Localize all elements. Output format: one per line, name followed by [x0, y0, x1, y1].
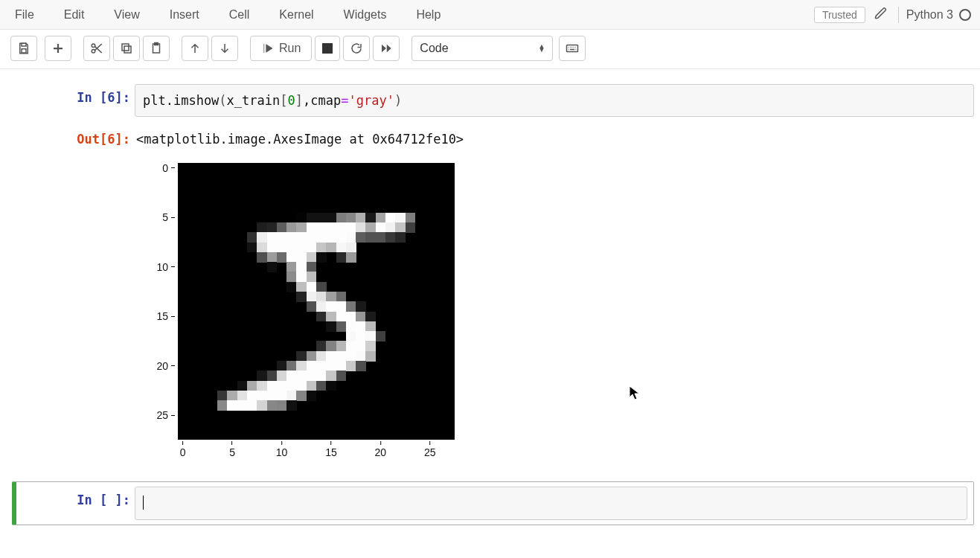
paste-button[interactable]	[143, 36, 170, 61]
command-palette-button[interactable]	[559, 36, 586, 61]
svg-rect-4	[124, 46, 131, 53]
celltype-value: Code	[420, 42, 448, 55]
stop-icon	[322, 43, 333, 54]
move-down-button[interactable]	[211, 36, 238, 61]
plot: 0510152025 0510152025	[142, 163, 470, 461]
trusted-badge[interactable]: Trusted	[814, 7, 865, 23]
cut-button[interactable]	[83, 36, 110, 61]
menu-file[interactable]: File	[0, 1, 49, 28]
save-icon	[17, 42, 31, 55]
menubar: File Edit View Insert Cell Kernel Widget…	[0, 0, 980, 30]
kernel-name[interactable]: Python 3	[906, 8, 953, 22]
menu-view[interactable]: View	[99, 1, 154, 28]
prompt-out: Out[6]:	[12, 126, 135, 461]
y-axis: 0510152025	[142, 163, 175, 440]
code-input[interactable]	[135, 487, 967, 519]
x-tick: 10	[276, 441, 288, 458]
y-tick: 10	[156, 261, 175, 273]
copy-button[interactable]	[113, 36, 140, 61]
code-token: 0	[288, 93, 295, 108]
svg-rect-5	[122, 44, 129, 51]
menu-edit[interactable]: Edit	[49, 1, 100, 28]
y-tick: 15	[156, 310, 175, 322]
menu-widgets[interactable]: Widgets	[329, 1, 402, 28]
code-cell[interactable]: In [6]: plt.imshow(x_train[0],cmap='gray…	[0, 83, 980, 120]
code-token: 'gray'	[348, 93, 394, 108]
y-tick: 0	[162, 162, 175, 174]
run-button[interactable]: Run	[250, 36, 312, 61]
text-cursor	[143, 496, 144, 510]
fast-forward-icon	[379, 42, 393, 55]
move-up-button[interactable]	[182, 36, 208, 61]
restart-button[interactable]	[343, 36, 370, 61]
arrow-up-icon	[188, 42, 202, 55]
notebook: In [6]: plt.imshow(x_train[0],cmap='gray…	[0, 69, 980, 525]
restart-icon	[350, 42, 363, 55]
paste-icon	[150, 42, 163, 55]
celltype-select[interactable]: Code ▲▼	[411, 36, 553, 61]
y-tick: 5	[162, 211, 175, 223]
interrupt-button[interactable]	[315, 36, 340, 61]
scissors-icon	[90, 42, 103, 55]
edit-icon[interactable]	[874, 7, 888, 23]
menu-insert[interactable]: Insert	[155, 1, 214, 28]
run-icon	[261, 42, 275, 55]
svg-rect-7	[155, 43, 158, 45]
toolbar: Run Code ▲▼	[0, 30, 980, 69]
x-tick: 0	[180, 441, 186, 458]
code-input[interactable]: plt.imshow(x_train[0],cmap='gray')	[135, 84, 974, 117]
code-token: cmap	[310, 93, 341, 108]
save-button[interactable]	[10, 36, 37, 61]
menu-cell[interactable]: Cell	[214, 1, 265, 28]
svg-rect-1	[22, 49, 26, 53]
code-token: plt.imshow	[143, 93, 219, 108]
menu-help[interactable]: Help	[401, 1, 455, 28]
copy-icon	[120, 42, 133, 55]
x-tick: 5	[229, 441, 235, 458]
run-label: Run	[279, 42, 301, 55]
x-axis: 0510152025	[178, 441, 455, 458]
svg-rect-0	[22, 43, 26, 46]
plus-icon	[51, 42, 65, 55]
code-cell-selected[interactable]: In [ ]:	[12, 481, 974, 525]
x-tick: 20	[375, 441, 387, 458]
separator	[898, 7, 899, 23]
output-row: Out[6]: <matplotlib.image.AxesImage at 0…	[0, 124, 980, 464]
insert-cell-button[interactable]	[45, 36, 71, 61]
restart-run-all-button[interactable]	[373, 36, 400, 61]
kernel-idle-icon	[959, 9, 971, 21]
y-tick: 20	[156, 360, 175, 372]
svg-rect-8	[567, 45, 578, 52]
prompt-in: In [ ]:	[24, 487, 135, 519]
prompt-in: In [6]:	[12, 84, 135, 117]
code-token: x_train	[227, 93, 281, 108]
x-tick: 25	[424, 441, 436, 458]
menu-kernel[interactable]: Kernel	[264, 1, 328, 28]
menu: File Edit View Insert Cell Kernel Widget…	[0, 1, 455, 28]
y-tick: 25	[156, 409, 175, 421]
x-tick: 15	[325, 441, 337, 458]
keyboard-icon	[566, 42, 579, 55]
output-text: <matplotlib.image.AxesImage at 0x64712fe…	[135, 126, 974, 151]
heatmap-image	[178, 163, 455, 440]
arrow-down-icon	[218, 42, 231, 55]
chevron-updown-icon: ▲▼	[538, 45, 545, 52]
